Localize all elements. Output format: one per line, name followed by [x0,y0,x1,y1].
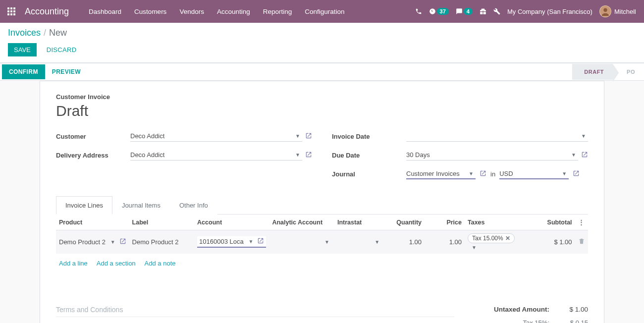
user-menu[interactable]: Mitchell [599,5,636,17]
external-link-icon[interactable] [480,170,486,178]
user-name: Mitchell [614,8,636,15]
avatar-icon [599,5,611,17]
statusbar: CONFIRM PREVIEW DRAFT PO [0,63,644,81]
due-date-field[interactable]: 30 Days ▼ [406,150,578,161]
external-link-icon[interactable] [573,170,580,178]
label-in: in [490,170,495,178]
invoice-lines-table: Product Label Account Analytic Account I… [56,215,588,254]
main-menu: Dashboard Customers Vendors Accounting R… [84,5,350,18]
currency-field[interactable]: USD ▼ [499,168,569,179]
tax-value: $ 0.15 [558,319,588,323]
confirm-button[interactable]: CONFIRM [2,64,45,79]
label-due-date: Due Date [332,152,406,159]
chevron-down-icon[interactable]: ▼ [470,245,479,250]
untaxed-label: Untaxed Amount: [474,306,549,313]
menu-accounting[interactable]: Accounting [212,5,255,18]
untaxed-value: $ 1.00 [558,306,588,313]
phone-icon[interactable] [415,8,422,15]
external-link-icon[interactable] [305,132,312,141]
line-analytic-field[interactable]: ▼ [272,239,331,245]
activities-icon[interactable]: 37 [429,8,449,15]
menu-configuration[interactable]: Configuration [300,5,349,18]
chevron-down-icon[interactable]: ▼ [108,239,117,245]
breadcrumb-parent[interactable]: Invoices [8,28,41,38]
col-product: Product [56,215,129,230]
company-switcher[interactable]: My Company (San Francisco) [507,8,592,15]
label-journal: Journal [332,170,406,178]
col-price: Price [425,215,465,230]
discard-button[interactable]: DISCARD [41,43,83,56]
chevron-down-icon[interactable]: ▼ [293,133,302,139]
terms-field[interactable]: Terms and Conditions [56,303,454,317]
chevron-down-icon[interactable]: ▼ [293,152,302,158]
chevron-down-icon[interactable]: ▼ [560,171,569,176]
col-taxes: Taxes [465,215,530,230]
tab-invoice-lines[interactable]: Invoice Lines [56,196,112,215]
breadcrumb: Invoices / New [8,28,636,38]
col-account: Account [194,215,269,230]
chevron-down-icon[interactable]: ▼ [569,152,578,158]
notebook-tabs: Invoice Lines Journal Items Other Info [56,196,588,215]
add-line-link[interactable]: Add a line [59,260,88,267]
menu-vendors[interactable]: Vendors [174,5,209,18]
status-draft[interactable]: DRAFT [572,64,613,80]
form-sheet: Customer Invoice Draft Customer Deco Add… [40,81,604,323]
journal-field[interactable]: Customer Invoices ▼ [406,168,476,179]
external-link-icon[interactable] [119,238,126,246]
menu-dashboard[interactable]: Dashboard [84,5,126,18]
save-button[interactable]: SAVE [8,43,37,56]
label-invoice-date: Invoice Date [332,133,406,140]
discuss-icon[interactable]: 4 [456,8,473,15]
tax-tag[interactable]: Tax 15.00% ✕ [468,233,515,243]
line-price-cell[interactable]: 1.00 [425,230,465,254]
add-note-link[interactable]: Add a note [145,260,176,267]
kebab-icon[interactable]: ⋮ [578,219,585,226]
col-analytic: Analytic Account [269,215,334,230]
tools-icon[interactable] [493,8,500,15]
discuss-badge: 4 [464,8,473,15]
chevron-down-icon[interactable]: ▼ [579,133,588,139]
breadcrumb-current: New [49,28,67,38]
chevron-down-icon[interactable]: ▼ [322,239,331,245]
external-link-icon[interactable] [581,151,588,160]
activities-badge: 37 [437,8,449,15]
svg-point-1 [603,8,607,12]
top-navbar: Accounting Dashboard Customers Vendors A… [0,0,644,23]
gift-icon[interactable] [480,8,486,15]
table-row[interactable]: Demo Product 2 ▼ Demo Product 2 10160003… [56,230,588,254]
invoice-date-field[interactable]: ▼ [406,131,588,142]
external-link-icon[interactable] [257,237,264,246]
menu-reporting[interactable]: Reporting [258,5,297,18]
preview-button[interactable]: PREVIEW [45,64,88,79]
tab-journal-items[interactable]: Journal Items [112,196,170,215]
line-account-field[interactable]: 10160003 Loca ▼ [197,236,266,248]
chevron-down-icon[interactable]: ▼ [467,171,476,176]
customer-field[interactable]: Deco Addict ▼ [130,131,302,142]
chevron-down-icon[interactable]: ▼ [247,239,256,244]
line-intrastat-field[interactable]: ▼ [337,239,381,245]
external-link-icon[interactable] [305,151,312,160]
delivery-address-field[interactable]: Deco Addict ▼ [130,150,302,161]
remove-tag-icon[interactable]: ✕ [505,235,510,242]
line-product-field[interactable]: Demo Product 2 ▼ [59,238,126,246]
col-label: Label [129,215,195,230]
page-title: Draft [56,103,588,119]
move-type-label: Customer Invoice [56,93,588,101]
breadcrumb-separator: / [44,28,46,38]
trash-icon[interactable] [578,239,585,246]
systray: 37 4 My Company (San Francisco) Mitchell [415,5,636,17]
chevron-down-icon[interactable]: ▼ [373,239,381,245]
add-section-link[interactable]: Add a section [97,260,136,267]
control-panel: Invoices / New SAVE DISCARD [0,23,644,63]
app-name: Accounting [25,6,69,17]
label-customer: Customer [56,133,130,140]
label-delivery-address: Delivery Address [56,152,130,159]
line-subtotal-cell: $ 1.00 [530,230,575,254]
menu-customers[interactable]: Customers [129,5,171,18]
totals-summary: Untaxed Amount: $ 1.00 Tax 15%: $ 0.15 [474,303,588,323]
line-quantity-cell[interactable]: 1.00 [384,230,425,254]
apps-icon[interactable] [4,4,19,19]
tax-label: Tax 15%: [474,319,549,323]
line-label-cell[interactable]: Demo Product 2 [129,230,195,254]
tab-other-info[interactable]: Other Info [170,196,217,215]
